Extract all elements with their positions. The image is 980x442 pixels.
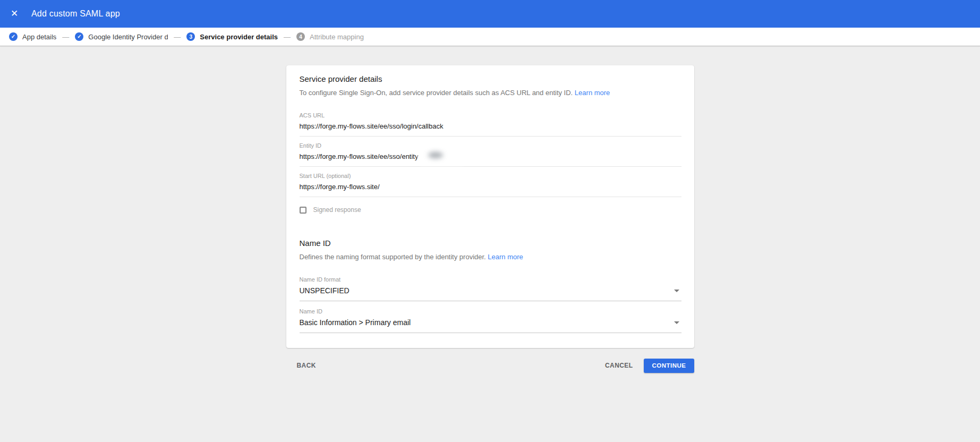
field-label: Entity ID — [300, 142, 681, 149]
step-label: App details — [22, 33, 56, 41]
content-area: Service provider details To configure Si… — [0, 46, 980, 441]
dropdown-arrow-icon — [674, 290, 679, 292]
step-done-icon: ✓ — [9, 32, 18, 41]
step-attribute-mapping: 4 Attribute mapping — [296, 32, 364, 41]
back-button[interactable]: BACK — [296, 358, 317, 373]
acs-url-field: ACS URL https://forge.my-flows.site/ee/s… — [300, 112, 681, 137]
section-heading: Service provider details — [300, 74, 681, 84]
step-number-icon: 3 — [186, 32, 195, 41]
step-service-provider-details[interactable]: 3 Service provider details — [186, 32, 278, 41]
section-heading: Name ID — [300, 238, 681, 249]
learn-more-link[interactable]: Learn more — [575, 89, 610, 97]
step-label: Google Identity Provider details — [88, 33, 168, 41]
checkbox-label: Signed response — [313, 206, 361, 214]
wizard-footer: BACK CANCEL CONTINUE — [286, 358, 694, 373]
step-number-icon: 4 — [296, 32, 305, 41]
service-provider-card: Service provider details To configure Si… — [286, 65, 694, 348]
dropdown-arrow-icon — [674, 321, 679, 324]
redacted-value-blur — [420, 147, 463, 164]
start-url-input[interactable]: https://forge.my-flows.site/ — [300, 182, 681, 197]
continue-button[interactable]: CONTINUE — [644, 359, 694, 373]
step-label: Attribute mapping — [310, 33, 364, 41]
step-separator: — — [174, 33, 181, 41]
field-label: Name ID format — [300, 276, 681, 283]
signed-response-checkbox[interactable] — [300, 207, 306, 214]
learn-more-link[interactable]: Learn more — [488, 253, 523, 261]
step-google-idp-details[interactable]: ✓ Google Identity Provider details — [75, 32, 168, 41]
step-label: Service provider details — [200, 33, 278, 41]
step-separator: — — [284, 33, 291, 41]
entity-id-field: Entity ID https://forge.my-flows.site/ee… — [300, 142, 681, 167]
name-id-format-select[interactable]: Name ID format UNSPECIFIED — [300, 276, 681, 301]
field-label: Name ID — [300, 308, 681, 315]
selected-value: Basic Information > Primary email — [300, 318, 411, 327]
appbar: ✕ Add custom SAML app — [0, 0, 980, 28]
cancel-button[interactable]: CANCEL — [604, 358, 634, 373]
field-label: Start URL (optional) — [300, 172, 681, 180]
field-label: ACS URL — [300, 112, 681, 119]
name-id-select[interactable]: Name ID Basic Information > Primary emai… — [300, 308, 681, 333]
wizard-stepper: ✓ App details — ✓ Google Identity Provid… — [0, 28, 980, 46]
selected-value: UNSPECIFIED — [300, 286, 350, 295]
step-done-icon: ✓ — [75, 32, 83, 41]
signed-response-row[interactable]: Signed response — [300, 206, 681, 214]
step-app-details[interactable]: ✓ App details — [9, 32, 56, 41]
section-description: To configure Single Sign-On, add service… — [300, 88, 681, 98]
close-icon[interactable]: ✕ — [7, 7, 21, 21]
page-title: Add custom SAML app — [31, 9, 120, 19]
acs-url-input[interactable]: https://forge.my-flows.site/ee/sso/login… — [300, 122, 681, 137]
step-separator: — — [62, 33, 69, 41]
entity-id-input[interactable]: https://forge.my-flows.site/ee/sso/entit… — [300, 152, 681, 167]
section-description: Defines the naming format supported by t… — [300, 252, 681, 262]
start-url-field: Start URL (optional) https://forge.my-fl… — [300, 172, 681, 197]
